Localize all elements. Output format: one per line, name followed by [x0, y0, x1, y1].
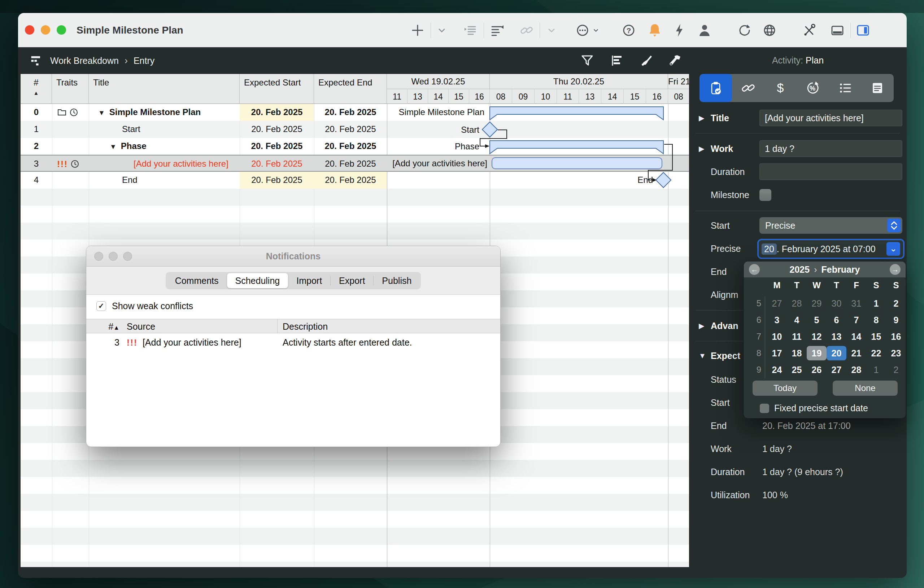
chevron-down-icon[interactable] [434, 22, 450, 38]
gantt-day-header[interactable]: Fri 21 [668, 74, 689, 89]
column-header-description[interactable]: Description [283, 319, 328, 334]
breadcrumb-page[interactable]: Entry [134, 56, 155, 66]
outline-view-icon[interactable] [489, 22, 505, 38]
date-dropdown-button[interactable]: ⌄ [886, 242, 900, 256]
calendar-day[interactable]: 14 [846, 329, 866, 344]
calendar-day[interactable]: 10 [767, 329, 787, 344]
calendar-day[interactable]: 1 [866, 296, 886, 311]
more-circle-icon[interactable] [574, 22, 591, 38]
calendar-day[interactable]: 25 [787, 362, 807, 377]
tab-checklist[interactable] [829, 74, 861, 102]
tab-comments[interactable]: Comments [167, 273, 227, 288]
calendar-day[interactable]: 31 [846, 296, 866, 311]
filter-funnel-icon[interactable] [579, 53, 595, 69]
format-wrench-icon[interactable] [667, 53, 683, 69]
calendar-day[interactable]: 30 [827, 296, 846, 311]
summary-bar-phase[interactable] [490, 141, 663, 154]
outline-structure-icon[interactable] [609, 53, 624, 69]
column-header-expected-start[interactable]: Expected Start [240, 74, 314, 104]
notifications-bell-icon[interactable] [647, 22, 663, 38]
calendar-day[interactable]: 9 [886, 313, 906, 327]
calendar-day[interactable]: 17 [767, 346, 787, 361]
chevron-down-icon[interactable] [591, 22, 601, 38]
column-header-number[interactable]: #▲ [86, 319, 119, 335]
calendar-day[interactable]: 1 [866, 362, 886, 377]
link-icon[interactable] [519, 22, 535, 38]
fixed-precise-start-checkbox[interactable] [760, 404, 769, 413]
stepper-icon[interactable] [887, 219, 901, 232]
calendar-day[interactable]: 21 [846, 346, 866, 361]
add-icon[interactable] [410, 22, 426, 38]
help-icon[interactable]: ? [621, 22, 637, 38]
calendar-day[interactable]: 18 [787, 346, 807, 361]
calendar-day[interactable]: 3 [767, 313, 787, 327]
breadcrumb-section[interactable]: Work Breakdown [50, 56, 119, 66]
disclosure-triangle[interactable]: ▼ [98, 105, 105, 121]
settings-tools-icon[interactable] [801, 22, 817, 38]
milestone-diamond-end[interactable] [656, 173, 671, 188]
title-field[interactable]: [Add your activities here] [759, 110, 903, 126]
title-cell[interactable]: [Add your activities here] [89, 155, 240, 173]
calendar-day[interactable]: 27 [767, 296, 787, 311]
expected-start-cell[interactable]: 20. Feb 2025 [240, 138, 314, 155]
title-cell[interactable]: End [89, 172, 240, 189]
tab-activity[interactable] [700, 74, 732, 102]
expected-start-cell[interactable]: 20. Feb 2025 [240, 104, 314, 121]
tab-scheduling[interactable]: Scheduling [227, 273, 289, 288]
calendar-day[interactable]: 24 [767, 362, 787, 377]
calendar-day[interactable]: 2 [886, 362, 906, 377]
disclosure-triangle[interactable]: ▶ [699, 110, 704, 126]
calendar-day[interactable]: 4 [787, 313, 807, 327]
zoom-window-button[interactable] [57, 25, 66, 35]
column-header-number[interactable]: #▲ [21, 74, 52, 104]
disclosure-triangle[interactable]: ▶ [699, 140, 704, 157]
duration-field[interactable] [759, 163, 903, 180]
work-field[interactable]: 1 day ? [759, 140, 903, 157]
activity-bar[interactable] [492, 158, 662, 169]
start-mode-dropdown[interactable]: Precise [759, 217, 903, 234]
conflict-row[interactable]: 3 !!! [Add your activities here] Activit… [86, 333, 500, 351]
gantt-day-header[interactable]: Thu 20.02.25 [490, 74, 668, 89]
milestone-diamond-start[interactable] [482, 122, 497, 137]
inactive-minimize-button[interactable] [109, 252, 118, 261]
selected-date-token[interactable]: 20 [762, 244, 777, 255]
calendar-day[interactable]: 8 [866, 313, 886, 327]
next-month-button[interactable]: → [890, 264, 901, 275]
title-cell[interactable]: Start [89, 121, 240, 138]
summary-bar-plan[interactable] [490, 107, 663, 120]
minimize-window-button[interactable] [41, 25, 50, 35]
gantt-day-header[interactable]: Wed 19.02.25 [387, 74, 490, 89]
right-panel-icon[interactable] [855, 22, 871, 38]
calendar-day[interactable]: 26 [807, 362, 827, 377]
calendar-day[interactable]: 22 [866, 346, 886, 361]
disclosure-triangle[interactable]: ▼ [699, 348, 706, 364]
calendar-day[interactable]: 27 [827, 362, 846, 377]
tab-progress[interactable]: % [797, 74, 829, 102]
sync-icon[interactable] [736, 22, 752, 38]
title-cell[interactable]: ▼Phase [89, 138, 240, 155]
expected-end-cell[interactable]: 20. Feb 2025 [314, 155, 387, 173]
inactive-close-button[interactable] [94, 252, 103, 261]
publish-globe-icon[interactable] [762, 22, 777, 38]
calendar-day[interactable]: 5 [807, 313, 827, 327]
breadcrumb[interactable]: Work Breakdown › Entry [28, 47, 155, 74]
milestone-checkbox[interactable] [759, 189, 771, 201]
calendar-day[interactable]: 16 [886, 329, 906, 344]
calendar-day[interactable]: 6 [827, 313, 846, 327]
calendar-day[interactable]: 15 [866, 329, 886, 344]
tab-links[interactable] [732, 74, 764, 102]
none-button[interactable]: None [833, 380, 898, 396]
calendar-day[interactable]: 23 [886, 346, 906, 361]
tab-cost[interactable]: $ [764, 74, 797, 102]
today-button[interactable]: Today [752, 380, 818, 396]
tab-notes[interactable] [861, 74, 894, 102]
column-header-source[interactable]: Source [127, 319, 155, 334]
quick-entry-bolt-icon[interactable] [672, 22, 687, 38]
expected-end-cell[interactable]: 20. Feb 2025 [314, 121, 387, 138]
calendar-day[interactable]: 13 [827, 329, 846, 344]
close-window-button[interactable] [25, 25, 34, 35]
column-header-title[interactable]: Title [89, 74, 240, 104]
expected-start-cell[interactable]: 20. Feb 2025 [240, 155, 314, 173]
calendar-day[interactable]: 11 [787, 329, 807, 344]
expected-start-cell[interactable]: 20. Feb 2025 [240, 121, 314, 138]
